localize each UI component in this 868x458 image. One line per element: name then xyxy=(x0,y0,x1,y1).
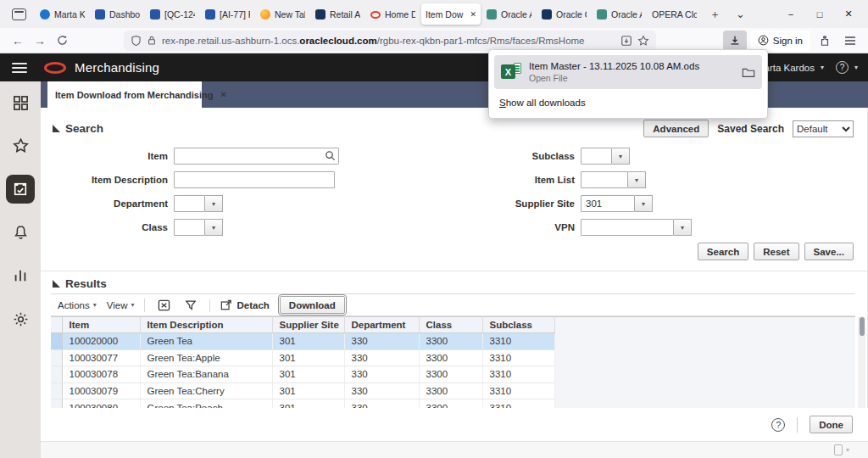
browser-tab[interactable]: [AI-77] P xyxy=(201,3,254,25)
reset-button[interactable]: Reset xyxy=(754,243,798,260)
department-input[interactable] xyxy=(174,195,205,212)
maximize-button[interactable]: □ xyxy=(805,6,834,23)
table-cell[interactable]: Green Tea:Banana xyxy=(140,366,272,383)
browser-tab[interactable]: New Tab xyxy=(256,3,309,25)
help-menu[interactable]: ? ▾ xyxy=(836,61,858,74)
table-cell[interactable]: Green Tea:Cherry xyxy=(140,383,272,399)
table-row[interactable]: 100020000Green Tea30133033003310 xyxy=(51,333,554,350)
forward-icon[interactable]: → xyxy=(29,31,51,51)
search-button[interactable]: Search xyxy=(698,243,748,260)
table-row[interactable]: 100030077Green Tea:Apple30133033003310 xyxy=(51,349,554,366)
sidebar-tasks-active-item[interactable] xyxy=(6,175,35,204)
table-cell[interactable]: 100030079 xyxy=(62,383,140,399)
browser-tab[interactable]: Oracle A xyxy=(593,3,646,25)
app-menu-hamburger-icon[interactable] xyxy=(12,60,27,75)
table-cell[interactable]: 100030077 xyxy=(62,349,140,366)
advanced-button[interactable]: Advanced xyxy=(643,120,709,137)
browser-tab[interactable]: Home D xyxy=(366,3,420,25)
minimize-button[interactable]: − xyxy=(776,6,805,23)
table-cell[interactable]: 330 xyxy=(344,366,419,383)
table-cell[interactable]: 301 xyxy=(272,383,344,399)
table-cell[interactable]: 330 xyxy=(344,399,419,408)
table-row[interactable]: 100030078Green Tea:Banana30133033003310 xyxy=(51,366,554,383)
table-cell[interactable]: 100030080 xyxy=(62,399,140,408)
device-view-icon[interactable] xyxy=(834,444,843,455)
browser-tab[interactable]: Oracle C xyxy=(537,3,591,25)
collapse-triangle-icon[interactable] xyxy=(53,280,60,288)
column-header[interactable]: Item Description xyxy=(140,317,272,333)
table-cell[interactable]: 3310 xyxy=(482,399,554,408)
row-selector-cell[interactable] xyxy=(51,383,62,399)
download-item[interactable]: X Item Master - 13.11.2025 10.08 AM.ods … xyxy=(494,55,762,89)
back-icon[interactable]: ← xyxy=(7,31,29,51)
page-help-icon[interactable]: ? xyxy=(771,418,785,432)
filter-funnel-icon[interactable] xyxy=(182,298,199,313)
tab-close-icon[interactable]: ✕ xyxy=(470,10,476,19)
device-view-caret-icon[interactable]: ▾ xyxy=(846,446,849,454)
show-all-downloads-link[interactable]: Show all downloads xyxy=(494,89,762,113)
table-cell[interactable]: 3310 xyxy=(482,383,554,399)
supplier-site-input[interactable] xyxy=(581,195,635,212)
lock-icon[interactable] xyxy=(147,35,157,46)
detach-button[interactable]: Detach xyxy=(220,299,269,310)
sidebar-dashboard-grid-icon[interactable] xyxy=(10,92,31,113)
row-selector-cell[interactable] xyxy=(51,349,62,366)
scrollbar-thumb[interactable] xyxy=(860,317,865,336)
supplier-site-dropdown-icon[interactable]: ▾ xyxy=(635,195,653,212)
table-cell[interactable]: 3300 xyxy=(419,366,482,383)
content-tab-close-icon[interactable]: ✕ xyxy=(220,90,226,99)
column-header[interactable]: Subclass xyxy=(482,317,554,333)
table-cell[interactable]: 3310 xyxy=(482,349,554,366)
open-containing-folder-icon[interactable] xyxy=(742,66,755,78)
reload-icon[interactable] xyxy=(51,31,73,51)
browser-tab[interactable]: Dashboa xyxy=(91,3,144,25)
vpn-dropdown-icon[interactable]: ▾ xyxy=(674,219,692,236)
download-button[interactable]: Download xyxy=(280,296,345,314)
saved-search-select[interactable]: Default xyxy=(793,120,854,137)
table-cell[interactable]: 3300 xyxy=(419,399,482,408)
shield-icon[interactable] xyxy=(131,35,142,47)
search-icon[interactable] xyxy=(325,150,336,161)
vpn-input[interactable] xyxy=(581,219,674,236)
url-bar[interactable]: rex-npe.retail.us-ashburn-1.ocs.oraclecl… xyxy=(124,31,656,51)
subclass-dropdown-icon[interactable]: ▾ xyxy=(612,148,630,165)
item-list-input[interactable] xyxy=(581,171,628,188)
browser-tab[interactable]: Item Dow✕ xyxy=(421,3,481,25)
sidebar-notifications-bell-icon[interactable] xyxy=(10,222,31,243)
extensions-puzzle-icon[interactable] xyxy=(814,31,836,51)
sidebar-reports-chart-icon[interactable] xyxy=(10,265,31,286)
table-cell[interactable]: 100030078 xyxy=(62,366,140,383)
table-cell[interactable]: Green Tea xyxy=(140,333,272,350)
close-window-button[interactable]: ✕ xyxy=(834,5,863,23)
row-selector-cell[interactable] xyxy=(51,399,62,408)
subclass-input[interactable] xyxy=(581,148,612,165)
column-header[interactable]: Department xyxy=(344,317,419,333)
table-cell[interactable]: 3300 xyxy=(419,349,482,366)
table-cell[interactable]: 3310 xyxy=(482,333,554,350)
table-cell[interactable]: 301 xyxy=(272,366,344,383)
item-input[interactable] xyxy=(174,148,339,165)
collapse-triangle-icon[interactable] xyxy=(53,125,60,132)
table-cell[interactable]: 100020000 xyxy=(62,333,140,350)
row-selector-cell[interactable] xyxy=(51,333,62,350)
browser-tab[interactable]: Oracle A xyxy=(482,3,536,25)
browser-tab[interactable]: Marta Ka xyxy=(36,3,89,25)
bookmark-star-icon[interactable] xyxy=(637,35,649,47)
sign-in-button[interactable]: Sign in xyxy=(750,31,810,51)
column-header[interactable]: Class xyxy=(419,317,482,333)
table-row[interactable]: 100030079Green Tea:Cherry30133033003310 xyxy=(51,383,554,399)
class-dropdown-icon[interactable]: ▾ xyxy=(205,219,223,236)
column-header[interactable]: Item xyxy=(62,317,140,333)
new-tab-button[interactable]: ＋ xyxy=(702,7,728,22)
browser-tab[interactable]: OPERA Clou xyxy=(648,3,701,25)
view-menu[interactable]: View▾ xyxy=(107,300,135,310)
table-cell[interactable]: Green Tea:Peach xyxy=(140,399,272,408)
firefox-view-icon[interactable] xyxy=(12,8,26,20)
item-description-input[interactable] xyxy=(174,171,335,188)
column-header[interactable]: Supplier Site xyxy=(272,317,344,333)
done-button[interactable]: Done xyxy=(810,416,853,433)
downloads-toolbar-icon[interactable] xyxy=(723,31,747,51)
table-cell[interactable]: 3300 xyxy=(419,383,482,399)
table-cell[interactable]: 330 xyxy=(344,333,419,350)
table-cell[interactable]: 3300 xyxy=(419,333,482,350)
